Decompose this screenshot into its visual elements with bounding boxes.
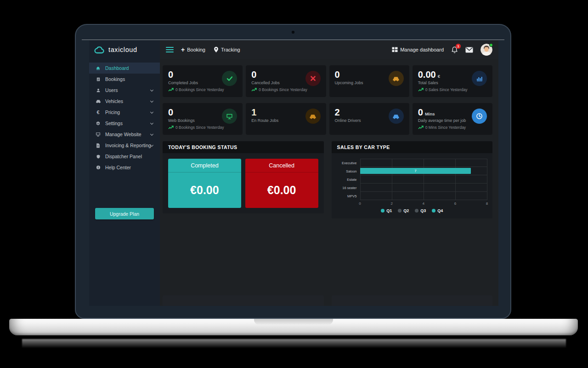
location-pin-icon xyxy=(214,46,219,53)
sidebar-item-help-center[interactable]: Help Center xyxy=(89,162,160,173)
user-avatar[interactable] xyxy=(481,44,492,56)
legend-label: Q2 xyxy=(403,208,409,213)
stat-card-cancelled-jobs[interactable]: 0 Cancelled Jobs 0 Bookings Since Yester… xyxy=(246,65,326,97)
chart-legend: Q1Q2Q3Q4 xyxy=(337,208,487,213)
cancelled-tile-label: Cancelled xyxy=(245,159,318,172)
legend-label: Q3 xyxy=(420,208,426,213)
cancelled-tile-amount: €0.00 xyxy=(245,172,318,208)
logo-text: taxicloud xyxy=(108,46,137,53)
booking-status-body: Completed €0.00 Cancelled €0.00 xyxy=(163,153,324,213)
chart-gridline xyxy=(424,159,424,200)
trend-up-icon xyxy=(418,126,424,129)
sidebar-item-label: Users xyxy=(105,87,118,93)
stat-card-web-bookings[interactable]: 0 Web Bookings 0 Bookings Since Yesterda… xyxy=(163,103,243,135)
sidebar-item-label: Settings xyxy=(105,121,123,126)
monitor-icon xyxy=(95,132,101,137)
legend-item-q2[interactable]: Q2 xyxy=(398,208,409,213)
sidebar-item-invoicing-reporting[interactable]: Invoicing & Reporting xyxy=(89,140,160,151)
chart-gridline xyxy=(360,159,361,200)
topbar: + Booking Tracking xyxy=(160,40,498,59)
dashboard-content: 0 Completed Jobs 0 Bookings Since Yester… xyxy=(160,59,498,306)
new-booking-button[interactable]: + Booking xyxy=(181,47,205,52)
sidebar: taxicloud Dashboard Bookings xyxy=(89,40,160,306)
sidebar-item-dispatcher-panel[interactable]: Dispatcher Panel xyxy=(89,151,160,162)
chart-x-tick: 0 xyxy=(359,201,361,206)
cloud-logo-icon xyxy=(94,46,106,54)
screen-glare xyxy=(82,40,504,40)
laptop-lid: taxicloud Dashboard Bookings xyxy=(75,24,511,319)
chart-category-label: Executive xyxy=(337,159,360,167)
info-icon xyxy=(95,165,101,170)
manage-dashboard-label: Manage dashboard xyxy=(400,47,444,52)
chart-bar[interactable]: 7 xyxy=(360,168,471,174)
cutoff-panels xyxy=(163,295,492,306)
stat-subtext: 0 Sales Since Yesterday xyxy=(418,87,487,92)
sidebar-item-label: Bookings xyxy=(105,76,125,82)
laptop-base xyxy=(9,319,578,335)
stat-value: 1 xyxy=(251,108,256,117)
chevron-down-icon xyxy=(150,110,153,114)
chart-gridline xyxy=(487,159,487,200)
trend-up-icon xyxy=(418,88,424,92)
completed-tile-amount: €0.00 xyxy=(168,172,241,208)
stat-card-en-route-jobs[interactable]: 1 En Route Jobs xyxy=(246,103,326,135)
sidebar-item-pricing[interactable]: € Pricing xyxy=(89,107,160,118)
stat-value: 0 xyxy=(418,108,423,117)
legend-item-q1[interactable]: Q1 xyxy=(381,208,392,213)
stat-subtext: 0 Bookings Since Yesterday xyxy=(168,125,237,130)
panels-row: TODAY'S BOOKING STATUS Completed €0.00 C… xyxy=(163,141,492,218)
sidebar-item-dashboard[interactable]: Dashboard xyxy=(89,63,160,74)
user-icon xyxy=(95,88,101,93)
chart-x-tick: 2 xyxy=(390,201,392,206)
online-status-dot xyxy=(489,43,493,47)
legend-label: Q1 xyxy=(386,208,392,213)
chart-x-tick: 4 xyxy=(423,201,424,206)
legend-dot xyxy=(398,209,401,213)
chart-gridline xyxy=(455,159,456,200)
car-icon xyxy=(95,99,101,104)
messages-button[interactable] xyxy=(465,47,473,53)
legend-item-q4[interactable]: Q4 xyxy=(432,208,443,213)
trend-up-icon xyxy=(168,88,174,92)
stat-card-upcoming-jobs[interactable]: 0 Upcoming Jobs xyxy=(329,65,409,97)
chart-category-label: 16 seater xyxy=(337,184,360,192)
manage-dashboard-button[interactable]: Manage dashboard xyxy=(392,47,444,52)
menu-toggle-icon[interactable] xyxy=(166,46,174,54)
logo[interactable]: taxicloud xyxy=(89,40,160,59)
sidebar-item-bookings[interactable]: Bookings xyxy=(89,74,160,85)
euro-icon: € xyxy=(95,110,101,115)
stat-value: 2 xyxy=(335,108,340,117)
sidebar-item-manage-website[interactable]: Manage Website xyxy=(89,129,160,140)
car-icon xyxy=(389,71,404,86)
legend-item-q3[interactable]: Q3 xyxy=(415,208,426,213)
completed-tile[interactable]: Completed €0.00 xyxy=(168,159,241,208)
notification-badge: 1 xyxy=(456,44,461,49)
sidebar-nav: Dashboard Bookings Users xyxy=(89,63,160,173)
cancelled-tile[interactable]: Cancelled €0.00 xyxy=(245,159,318,208)
chart-category-label: MPV5 xyxy=(337,192,360,200)
completed-tile-label: Completed xyxy=(168,159,241,172)
cancel-icon xyxy=(305,71,321,86)
stat-card-completed-jobs[interactable]: 0 Completed Jobs 0 Bookings Since Yester… xyxy=(163,65,243,97)
upgrade-plan-button[interactable]: Upgrade Plan xyxy=(95,208,154,219)
plus-icon: + xyxy=(181,47,185,52)
legend-dot xyxy=(381,209,384,213)
shield-icon xyxy=(95,154,101,159)
bookings-icon xyxy=(95,77,101,82)
sidebar-item-settings[interactable]: Settings xyxy=(89,118,160,129)
sales-chart: ExecutiveSaloonEstate16 seaterMPV5 7 xyxy=(337,159,487,200)
sidebar-item-vehicles[interactable]: Vehicles xyxy=(89,96,160,107)
sales-by-car-type-panel: SALES BY CAR TYPE ExecutiveSaloonEstate1… xyxy=(332,141,493,218)
tracking-button[interactable]: Tracking xyxy=(214,46,240,53)
topbar-right: Manage dashboard 1 xyxy=(392,44,492,56)
chart-category-label: Saloon xyxy=(337,167,360,175)
chevron-down-icon xyxy=(150,88,153,92)
sidebar-item-users[interactable]: Users xyxy=(89,85,160,96)
stat-card-online-drivers[interactable]: 2 Online Drivers xyxy=(329,103,409,135)
stat-card-daily-average-time[interactable]: 0 Mins Daily average time per job 0 Mins… xyxy=(413,103,492,135)
notifications-button[interactable]: 1 xyxy=(451,46,458,54)
stat-card-total-sales[interactable]: 0.00 € Total Sales 0 Sales Since Yesterd… xyxy=(413,65,492,97)
chevron-down-icon xyxy=(150,121,153,125)
chart-categories: ExecutiveSaloonEstate16 seaterMPV5 xyxy=(337,159,360,200)
chart-category-label: Estate xyxy=(337,175,360,184)
